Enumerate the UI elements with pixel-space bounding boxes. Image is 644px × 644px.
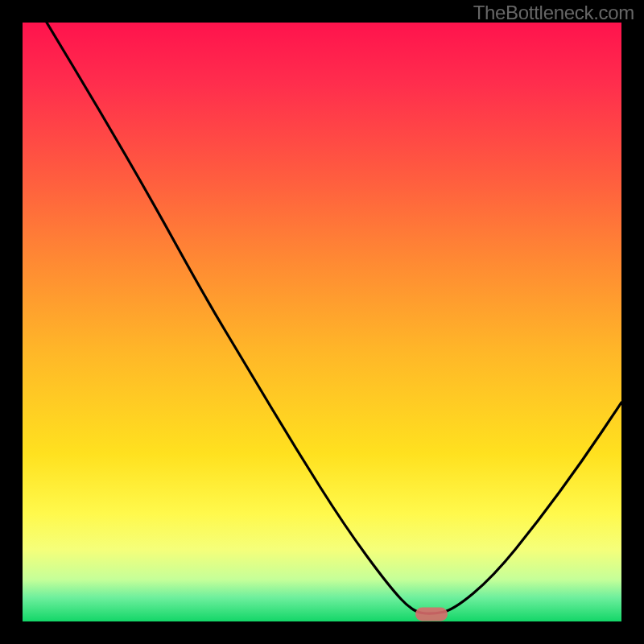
curve-svg (23, 23, 621, 621)
watermark-text: TheBottleneck.com (473, 2, 634, 24)
optimal-marker (415, 608, 448, 621)
bottleneck-curve (47, 23, 621, 613)
chart-container: TheBottleneck.com (0, 0, 644, 644)
plot-area (23, 23, 621, 621)
